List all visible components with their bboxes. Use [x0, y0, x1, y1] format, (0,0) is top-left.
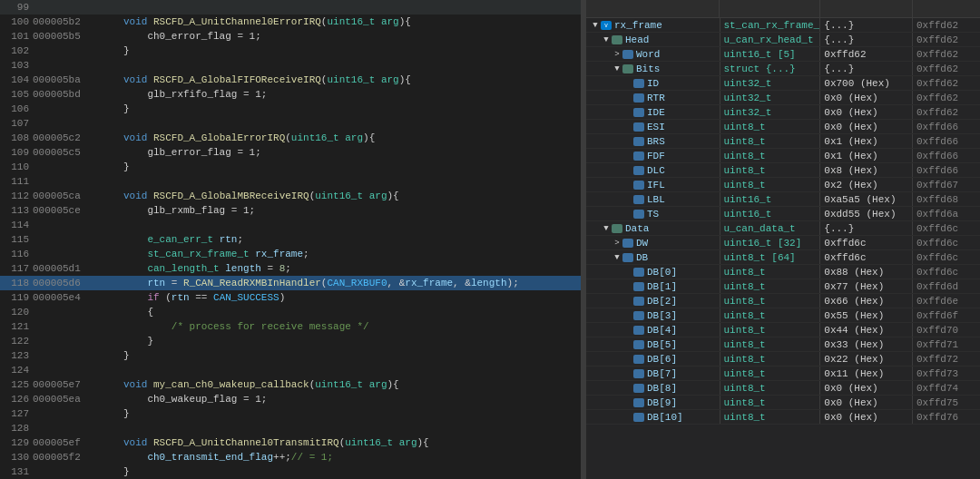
code-line[interactable]: 127} — [0, 406, 581, 421]
code-line[interactable]: 102} — [0, 44, 581, 58]
code-scroll[interactable]: 99100000005b2void RSCFD_A_UnitChannel0Er… — [0, 0, 581, 479]
watch-cell-expression[interactable]: LBL — [586, 192, 720, 206]
watch-cell-expression[interactable]: ▼Bits — [586, 62, 720, 75]
expand-icon[interactable]: ▼ — [612, 64, 622, 73]
watch-row[interactable]: DB[2]uint8_t0x66 (Hex)0xffd6e — [586, 294, 980, 308]
watch-row[interactable]: DB[7]uint8_t0x11 (Hex)0xffd73 — [586, 367, 980, 381]
watch-row[interactable]: ▼DBuint8_t [64]0xffd6c0xffd6c — [586, 250, 980, 265]
code-line[interactable]: 103 — [0, 58, 581, 73]
watch-cell-expression[interactable]: RTR — [586, 91, 720, 104]
code-line[interactable]: 113000005ce glb_rxmb_flag = 1; — [0, 203, 581, 218]
code-line[interactable]: 128 — [0, 421, 581, 435]
code-line[interactable]: 106} — [0, 102, 581, 116]
watch-row[interactable]: FDFuint8_t0x1 (Hex)0xffd66 — [586, 149, 980, 163]
watch-cell-expression[interactable]: DB[7] — [586, 367, 720, 380]
code-line[interactable]: 130000005f2 ch0_transmit_end_flag++;// =… — [0, 450, 581, 464]
watch-cell-expression[interactable]: ▼vrx_frame — [586, 18, 720, 32]
watch-cell-expression[interactable]: DLC — [586, 163, 720, 177]
code-line[interactable]: 126000005ea ch0_wakeup_flag = 1; — [0, 392, 581, 406]
code-line[interactable]: 125000005e7void my_can_ch0_wakeup_callba… — [0, 377, 581, 392]
watch-row[interactable]: >Worduint16_t [5]0xffd620xffd62 — [586, 47, 980, 62]
watch-cell-expression[interactable]: BRS — [586, 134, 720, 148]
watch-row[interactable]: IDuint32_t0x700 (Hex)0xffd62 — [586, 76, 980, 91]
code-line[interactable]: 129000005efvoid RSCFD_A_UnitChannel0Tran… — [0, 435, 581, 450]
expand-icon[interactable]: > — [612, 50, 622, 59]
watch-row[interactable]: BRSuint8_t0x1 (Hex)0xffd66 — [586, 134, 980, 149]
watch-cell-expression[interactable]: >DW — [586, 236, 720, 249]
code-line[interactable]: 105000005bd glb_rxfifo_flag = 1; — [0, 87, 581, 102]
code-line[interactable]: 104000005bavoid RSCFD_A_GlobalFIFOReceiv… — [0, 73, 581, 87]
field-icon — [633, 195, 644, 204]
watch-cell-expression[interactable]: ▼Data — [586, 221, 720, 235]
watch-row[interactable]: IFLuint8_t0x2 (Hex)0xffd67 — [586, 178, 980, 192]
expand-icon[interactable]: ▼ — [601, 35, 612, 44]
watch-cell-expression[interactable]: DB[8] — [586, 381, 720, 395]
code-line[interactable]: 116 st_can_rx_frame_t rx_frame; — [0, 247, 581, 261]
code-line[interactable]: 111 — [0, 174, 581, 189]
code-line[interactable]: 107 — [0, 116, 581, 131]
code-line[interactable]: 119000005e4 if (rtn == CAN_SUCCESS) — [0, 290, 581, 305]
watch-cell-expression[interactable]: IFL — [586, 178, 720, 191]
code-line[interactable]: 114 — [0, 218, 581, 232]
watch-cell-expression[interactable]: TS — [586, 207, 720, 220]
code-line[interactable]: 112000005cavoid RSCFD_A_GlobalMBReceiveI… — [0, 189, 581, 203]
watch-cell-expression[interactable]: >Word — [586, 47, 720, 61]
code-line[interactable]: 123} — [0, 348, 581, 363]
watch-cell-expression[interactable]: FDF — [586, 149, 720, 162]
code-line[interactable]: 121 /* process for receive message */ — [0, 319, 581, 334]
watch-row[interactable]: ▼Headu_can_rx_head_t{...}0xffd62 — [586, 33, 980, 47]
expand-icon[interactable]: ▼ — [601, 224, 612, 233]
watch-row[interactable]: IDEuint32_t0x0 (Hex)0xffd62 — [586, 105, 980, 120]
code-line[interactable]: 131} — [0, 464, 581, 479]
watch-row[interactable]: LBLuint16_t0xa5a5 (Hex)0xffd68 — [586, 192, 980, 207]
watch-row[interactable]: ▼Datau_can_data_t{...}0xffd6c — [586, 221, 980, 236]
watch-cell-expression[interactable]: ▼DB — [586, 250, 720, 264]
watch-cell-expression[interactable]: DB[2] — [586, 294, 720, 308]
watch-row[interactable]: DB[10]uint8_t0x0 (Hex)0xffd76 — [586, 410, 980, 425]
code-line[interactable]: 124 — [0, 363, 581, 377]
watch-cell-expression[interactable]: ID — [586, 76, 720, 90]
watch-row[interactable]: DB[6]uint8_t0x22 (Hex)0xffd72 — [586, 352, 980, 367]
watch-cell-expression[interactable]: ESI — [586, 120, 720, 133]
code-line[interactable]: 99 — [0, 0, 581, 15]
watch-row[interactable]: DB[8]uint8_t0x0 (Hex)0xffd74 — [586, 381, 980, 396]
watch-row[interactable]: >DWuint16_t [32]0xffd6c0xffd6c — [586, 236, 980, 250]
code-line[interactable]: 108000005c2void RSCFD_A_GlobalErrorIRQ(u… — [0, 131, 581, 145]
watch-row[interactable]: DB[0]uint8_t0x88 (Hex)0xffd6c — [586, 265, 980, 279]
watch-row[interactable]: DB[9]uint8_t0x0 (Hex)0xffd75 — [586, 396, 980, 410]
watch-row[interactable]: DB[4]uint8_t0x44 (Hex)0xffd70 — [586, 323, 980, 337]
watch-row[interactable]: DLCuint8_t0x8 (Hex)0xffd66 — [586, 163, 980, 178]
watch-cell-address: 0xffd62 — [913, 47, 980, 61]
code-line[interactable]: 100000005b2void RSCFD_A_UnitChannel0Erro… — [0, 15, 581, 29]
watch-cell-expression[interactable]: DB[10] — [586, 410, 720, 424]
code-line[interactable]: 115 e_can_err_t rtn; — [0, 232, 581, 247]
watch-row[interactable]: ▼vrx_framest_can_rx_frame_t{...}0xffd62 — [586, 18, 980, 33]
expand-icon[interactable]: ▼ — [590, 21, 601, 30]
code-line[interactable]: 122 } — [0, 334, 581, 348]
code-line[interactable]: 120 { — [0, 305, 581, 319]
code-line[interactable]: 109000005c5 glb_error_flag = 1; — [0, 145, 581, 160]
code-line[interactable]: 110} — [0, 160, 581, 174]
watch-cell-expression[interactable]: DB[1] — [586, 279, 720, 293]
watch-row[interactable]: ESIuint8_t0x0 (Hex)0xffd66 — [586, 120, 980, 134]
watch-row[interactable]: DB[3]uint8_t0x55 (Hex)0xffd6f — [586, 308, 980, 323]
watch-cell-expression[interactable]: DB[5] — [586, 337, 720, 351]
watch-cell-expression[interactable]: DB[9] — [586, 396, 720, 409]
watch-row[interactable]: ▼Bitsstruct {...}{...}0xffd62 — [586, 62, 980, 76]
watch-cell-expression[interactable]: IDE — [586, 105, 720, 119]
watch-cell-expression[interactable]: DB[3] — [586, 308, 720, 322]
watch-row[interactable]: DB[5]uint8_t0x33 (Hex)0xffd71 — [586, 337, 980, 352]
expand-icon[interactable]: ▼ — [612, 253, 622, 262]
watch-row[interactable]: TSuint16_t0xdd55 (Hex)0xffd6a — [586, 207, 980, 221]
expand-icon[interactable]: > — [612, 239, 622, 248]
code-line[interactable]: 101000005b5 ch0_error_flag = 1; — [0, 29, 581, 44]
watch-cell-expression[interactable]: DB[4] — [586, 323, 720, 337]
watch-body[interactable]: ▼vrx_framest_can_rx_frame_t{...}0xffd62▼… — [586, 18, 980, 479]
watch-cell-expression[interactable]: DB[0] — [586, 265, 720, 279]
code-line[interactable]: 118000005d6 rtn = R_CAN_ReadRXMBInHandle… — [0, 276, 581, 290]
watch-row[interactable]: RTRuint32_t0x0 (Hex)0xffd62 — [586, 91, 980, 105]
watch-row[interactable]: DB[1]uint8_t0x77 (Hex)0xffd6d — [586, 279, 980, 294]
code-line[interactable]: 117000005d1 can_length_t length = 8; — [0, 261, 581, 276]
watch-cell-expression[interactable]: DB[6] — [586, 352, 720, 366]
watch-cell-expression[interactable]: ▼Head — [586, 33, 720, 46]
